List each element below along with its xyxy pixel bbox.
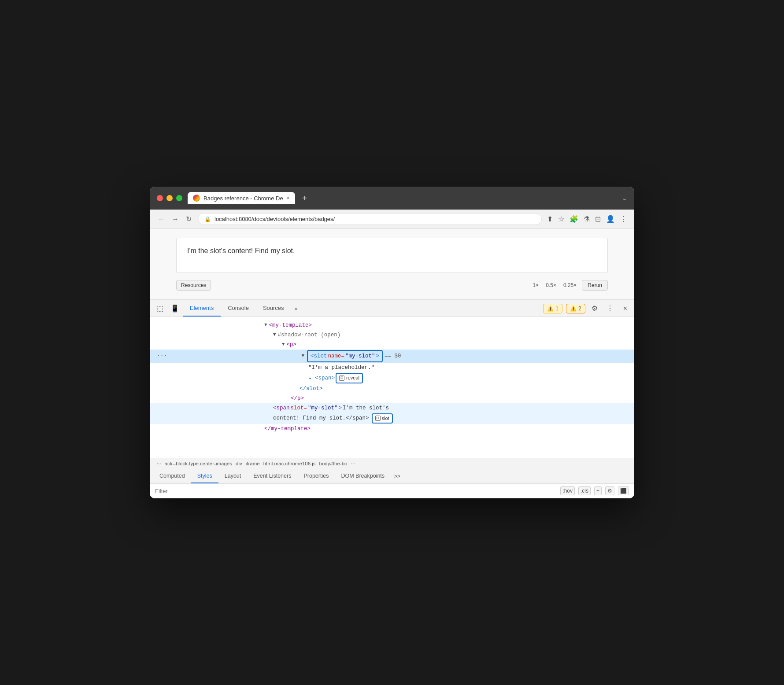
- slot-content-text: I'm the slot's content! Find my slot.: [187, 247, 295, 254]
- lock-icon: 🔒: [204, 216, 211, 222]
- add-style-button[interactable]: +: [594, 486, 602, 495]
- span-slot-val: "my-slot": [308, 404, 338, 412]
- speed-controls: 1× 0.5× 0.25×: [533, 282, 577, 288]
- dom-line-shadow-root[interactable]: ▼ #shadow-root (open): [150, 330, 634, 340]
- tab-elements[interactable]: Elements: [183, 300, 221, 317]
- slot-element-badge: <slot name= "my-slot" >: [307, 350, 383, 362]
- slot-badge-text: slot: [382, 415, 389, 423]
- slot-badge[interactable]: ⊡ slot: [372, 413, 393, 424]
- reveal-badge[interactable]: ⊡ reveal: [336, 373, 363, 383]
- breadcrumb-block[interactable]: ack--block.type.center-images: [163, 460, 234, 467]
- dom-line-span-slot[interactable]: <span slot= "my-slot" > I'm the slot's: [150, 403, 634, 413]
- dom-line-p[interactable]: ▼ <p>: [150, 340, 634, 350]
- p-tag: <p>: [287, 340, 297, 349]
- tab-menu-button[interactable]: ⌄: [622, 195, 627, 202]
- devtools-close-button[interactable]: ×: [620, 302, 631, 315]
- reload-button[interactable]: ↻: [185, 214, 192, 224]
- profile-icon[interactable]: 👤: [606, 215, 615, 223]
- address-bar: ← → ↻ 🔒 localhost:8080/docs/devtools/ele…: [150, 210, 634, 229]
- address-input[interactable]: 🔒 localhost:8080/docs/devtools/elements/…: [198, 213, 542, 225]
- minimize-traffic-light[interactable]: [166, 195, 173, 201]
- breadcrumb-ellipsis-end[interactable]: ···: [349, 460, 357, 467]
- slot-tag-open: <slot: [311, 352, 327, 361]
- menu-icon[interactable]: ⋮: [620, 215, 627, 223]
- tab-bar: Badges reference - Chrome De × + ⌄: [188, 192, 627, 204]
- placeholder-text: "I'm a placeholder.": [308, 363, 374, 372]
- breadcrumb-html[interactable]: html.mac.chrome106.js: [262, 460, 318, 467]
- rerun-button[interactable]: Rerun: [582, 280, 608, 291]
- filter-input[interactable]: [155, 488, 555, 494]
- dom-line-my-template-close[interactable]: </my-template>: [150, 424, 634, 434]
- devtools-settings-icon[interactable]: ⚙: [589, 302, 600, 315]
- toggle-sidebar-button[interactable]: ⬛: [618, 486, 629, 495]
- extensions-icon[interactable]: 🧩: [570, 215, 578, 223]
- dom-line-placeholder[interactable]: "I'm a placeholder.": [150, 363, 634, 372]
- tab-sources[interactable]: Sources: [256, 300, 291, 317]
- url-text: localhost:8080/docs/devtools/elements/ba…: [214, 216, 335, 222]
- bookmark-icon[interactable]: ☆: [558, 215, 564, 223]
- breadcrumb-ellipsis-start[interactable]: ···: [155, 460, 163, 467]
- span-arrow-text: ↳ <span>: [308, 374, 335, 383]
- inspect-element-icon[interactable]: ⬚: [153, 301, 167, 316]
- error-badge[interactable]: ⚠️ 2: [566, 304, 585, 313]
- shadow-root-text: #shadow-root (open): [278, 331, 341, 339]
- dom-line-p-close[interactable]: </p>: [150, 394, 634, 403]
- dom-line-slot[interactable]: ··· ▼ <slot name= "my-slot" > == $0: [150, 350, 634, 363]
- slot-badge-icon: ⊡: [375, 416, 381, 421]
- warning-count: 1: [555, 306, 558, 312]
- breadcrumb-iframe[interactable]: iframe: [244, 460, 262, 467]
- triangle-icon: ▼: [301, 352, 304, 360]
- my-template-tag: <my-template>: [269, 321, 312, 330]
- warning-badge[interactable]: ⚠️ 1: [543, 304, 562, 313]
- tab-favicon: [193, 195, 200, 202]
- tab-dom-breakpoints[interactable]: DOM Breakpoints: [335, 469, 391, 483]
- close-traffic-light[interactable]: [157, 195, 163, 201]
- dom-line-slot-close[interactable]: </slot>: [150, 384, 634, 394]
- style-settings-button[interactable]: ⚙: [605, 486, 614, 495]
- devtools-tab-bar: ⬚ 📱 Elements Console Sources » ⚠️ 1 ⚠️ 2: [150, 300, 634, 317]
- more-devtools-tabs[interactable]: »: [291, 301, 301, 316]
- device-toggle-icon[interactable]: 📱: [167, 301, 183, 316]
- tab-close-button[interactable]: ×: [287, 195, 290, 201]
- title-bar: Badges reference - Chrome De × + ⌄: [150, 187, 634, 210]
- maximize-traffic-light[interactable]: [176, 195, 182, 201]
- breadcrumb-body[interactable]: body#the-bo: [318, 460, 349, 467]
- new-tab-button[interactable]: +: [299, 193, 311, 203]
- back-button[interactable]: ←: [157, 214, 166, 224]
- tab-event-listeners[interactable]: Event Listeners: [247, 469, 297, 483]
- speed-05x[interactable]: 0.5×: [546, 282, 556, 288]
- equals-0-text: == $0: [385, 352, 401, 361]
- cls-button[interactable]: .cls: [578, 486, 591, 495]
- page-content: I'm the slot's content! Find my slot. Re…: [150, 229, 634, 300]
- speed-1x[interactable]: 1×: [533, 282, 539, 288]
- share-icon[interactable]: ⬆: [547, 215, 553, 223]
- tab-layout[interactable]: Layout: [218, 469, 248, 483]
- dom-line-span-slot-cont[interactable]: content! Find my slot.</span> ⊡ slot: [150, 413, 634, 424]
- more-bottom-tabs[interactable]: >>: [391, 470, 404, 483]
- tab-properties[interactable]: Properties: [297, 469, 335, 483]
- tab-computed[interactable]: Computed: [153, 469, 191, 483]
- ellipsis-button[interactable]: ···: [157, 352, 167, 361]
- tab-styles[interactable]: Styles: [191, 469, 218, 483]
- hov-button[interactable]: :hov: [560, 486, 575, 495]
- slot-tag-close: >: [376, 352, 380, 361]
- active-tab[interactable]: Badges reference - Chrome De ×: [188, 192, 295, 204]
- dom-line-my-template[interactable]: ▼ <my-template>: [150, 320, 634, 330]
- dom-line-span-reveal[interactable]: ↳ <span> ⊡ reveal: [150, 372, 634, 384]
- filter-bar: :hov .cls + ⚙ ⬛: [150, 484, 634, 498]
- tab-console[interactable]: Console: [221, 300, 256, 317]
- toolbar-icons: ⬆ ☆ 🧩 ⚗ ⊡ 👤 ⋮: [547, 215, 627, 223]
- flask-icon[interactable]: ⚗: [584, 215, 590, 223]
- warning-icon: ⚠️: [547, 306, 554, 312]
- forward-button[interactable]: →: [171, 214, 180, 224]
- devtools-more-icon[interactable]: ⋮: [604, 302, 616, 315]
- speed-025x[interactable]: 0.25×: [563, 282, 577, 288]
- fullscreen-icon[interactable]: ⊡: [595, 215, 601, 223]
- resources-button[interactable]: Resources: [176, 280, 211, 291]
- devtools-panel: ⬚ 📱 Elements Console Sources » ⚠️ 1 ⚠️ 2: [150, 300, 634, 498]
- breadcrumb-div[interactable]: div: [234, 460, 244, 467]
- reveal-badge-text: reveal: [346, 374, 359, 382]
- span-content-cont: content! Find my slot.</span>: [273, 414, 369, 423]
- traffic-lights: [157, 195, 182, 201]
- slot-attr-value: "my-slot": [345, 352, 375, 361]
